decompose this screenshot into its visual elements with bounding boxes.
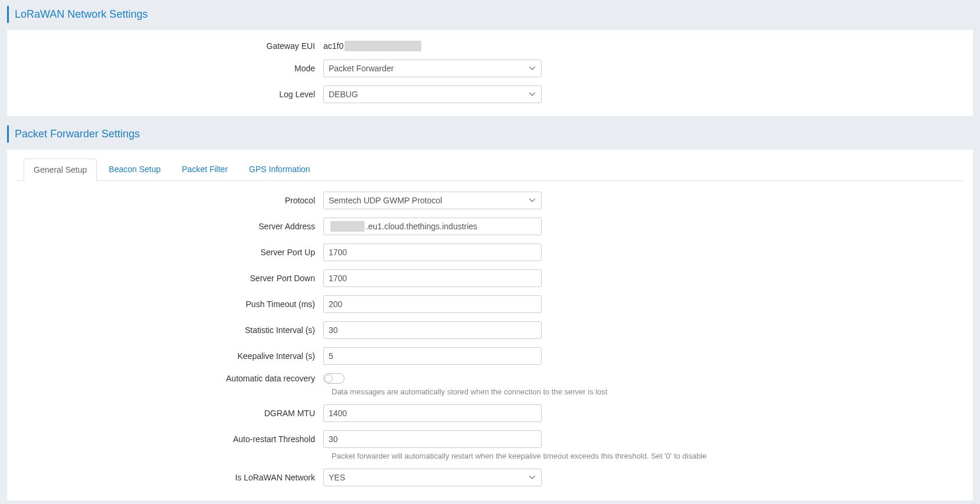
label-push-timeout: Push Timeout (ms)	[17, 299, 323, 309]
input-statistic-interval[interactable]	[323, 321, 542, 339]
label-statistic-interval: Statistic Interval (s)	[17, 325, 323, 335]
label-server-address: Server Address	[17, 222, 323, 231]
input-dgram-mtu[interactable]	[323, 404, 542, 422]
label-keepalive-interval: Keepalive Interval (s)	[17, 351, 323, 361]
tab-beacon-setup[interactable]: Beacon Setup	[99, 159, 170, 181]
row-dgram-mtu: DGRAM MTU	[17, 404, 963, 422]
input-server-port-down[interactable]	[323, 269, 542, 287]
row-auto-restart: Auto-restart Threshold	[17, 430, 963, 448]
input-keepalive-interval[interactable]	[323, 347, 542, 365]
section-header-forwarder: Packet Forwarder Settings	[7, 126, 973, 143]
help-auto-recovery: Data messages are automatically stored w…	[332, 387, 963, 396]
tab-general-setup[interactable]: General Setup	[24, 159, 97, 181]
label-dgram-mtu: DGRAM MTU	[17, 409, 323, 418]
server-address-suffix: .eu1.cloud.thethings.industries	[366, 222, 477, 231]
row-log-level: Log Level DEBUG	[17, 85, 963, 103]
label-auto-recovery: Automatic data recovery	[17, 374, 323, 383]
help-row-auto-recovery: Data messages are automatically stored w…	[332, 387, 963, 396]
panel-forwarder: General Setup Beacon Setup Packet Filter…	[7, 150, 973, 500]
row-server-address: Server Address .eu1.cloud.thethings.indu…	[17, 218, 963, 235]
row-keepalive-interval: Keepalive Interval (s)	[17, 347, 963, 365]
row-push-timeout: Push Timeout (ms)	[17, 295, 963, 313]
toggle-knob-icon	[325, 374, 333, 383]
tab-gps-information[interactable]: GPS Information	[240, 159, 320, 181]
row-server-port-up: Server Port Up	[17, 243, 963, 261]
tabs: General Setup Beacon Setup Packet Filter…	[17, 158, 963, 181]
row-is-lorawan: Is LoRaWAN Network YES	[17, 469, 963, 486]
input-server-address[interactable]: .eu1.cloud.thethings.industries	[323, 218, 542, 235]
select-mode[interactable]: Packet Forwarder	[323, 60, 542, 77]
label-gateway-eui: Gateway EUI	[17, 41, 323, 51]
label-server-port-down: Server Port Down	[17, 274, 323, 283]
row-gateway-eui: Gateway EUI ac1f0	[17, 41, 963, 51]
section-header-network: LoRaWAN Network Settings	[7, 6, 973, 23]
input-push-timeout[interactable]	[323, 295, 542, 313]
row-auto-recovery: Automatic data recovery	[17, 373, 963, 384]
help-auto-restart: Packet forwarder will automatically rest…	[332, 452, 963, 460]
row-mode: Mode Packet Forwarder	[17, 60, 963, 77]
row-protocol: Protocol Semtech UDP GWMP Protocol	[17, 192, 963, 209]
select-is-lorawan[interactable]: YES	[323, 469, 542, 486]
select-protocol[interactable]: Semtech UDP GWMP Protocol	[323, 192, 542, 209]
label-is-lorawan: Is LoRaWAN Network	[17, 473, 323, 482]
value-gateway-eui-prefix: ac1f0	[323, 41, 343, 51]
label-protocol: Protocol	[17, 196, 323, 205]
panel-network: Gateway EUI ac1f0 Mode Packet Forwarder …	[7, 30, 973, 116]
value-gateway-eui: ac1f0	[323, 41, 421, 51]
tab-packet-filter[interactable]: Packet Filter	[172, 159, 237, 181]
row-server-port-down: Server Port Down	[17, 269, 963, 287]
redacted-gateway-eui	[345, 41, 421, 51]
label-auto-restart: Auto-restart Threshold	[17, 434, 323, 444]
section-title-network: LoRaWAN Network Settings	[15, 8, 973, 21]
label-mode: Mode	[17, 64, 323, 73]
input-server-port-up[interactable]	[323, 243, 542, 261]
label-log-level: Log Level	[17, 90, 323, 99]
section-title-forwarder: Packet Forwarder Settings	[15, 128, 973, 140]
select-log-level[interactable]: DEBUG	[323, 85, 542, 103]
label-server-port-up: Server Port Up	[17, 248, 323, 257]
redacted-server-prefix	[330, 221, 365, 232]
help-row-auto-restart: Packet forwarder will automatically rest…	[332, 452, 963, 460]
toggle-auto-recovery[interactable]	[323, 373, 345, 384]
row-statistic-interval: Statistic Interval (s)	[17, 321, 963, 339]
input-auto-restart[interactable]	[323, 430, 542, 448]
